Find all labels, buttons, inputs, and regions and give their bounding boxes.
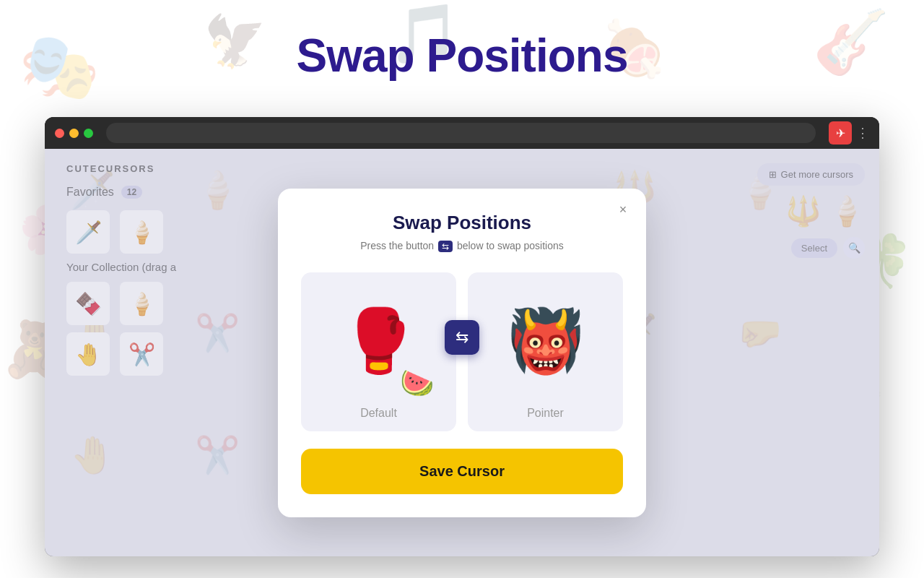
pointer-cursor-emoji: 👹 [507,310,584,371]
browser-actions: ✈ ⋮ [829,121,869,144]
pointer-cursor-name: Pointer [527,407,564,420]
traffic-lights [55,129,93,138]
default-cursor-name: Default [360,407,397,420]
traffic-dot-green[interactable] [84,129,93,138]
browser-window: ✈ ⋮ 🗡️ 🍦 🔱 🍦 🤚 ✂️ 🗡️ 🤛 🤚 ✂️ CUTECURS [45,117,879,556]
extension-icon[interactable]: ✈ [829,121,852,144]
subtitle-end: below to swap positions [457,240,564,251]
modal-subtitle: Press the button ⇆ below to swap positio… [301,240,623,252]
traffic-dot-yellow[interactable] [69,129,79,138]
subtitle-arrow-icon: ⇆ [438,241,453,252]
modal-overlay: × Swap Positions Press the button ⇆ belo… [45,149,879,556]
default-cursor-small-emoji: 🍉 [400,367,434,399]
browser-content: 🗡️ 🍦 🔱 🍦 🤚 ✂️ 🗡️ 🤛 🤚 ✂️ CUTECURSORS ⊞ [45,149,879,556]
swap-positions-modal: × Swap Positions Press the button ⇆ belo… [278,189,646,517]
browser-menu-dots[interactable]: ⋮ [856,125,869,141]
traffic-dot-red[interactable] [55,129,64,138]
page-title: Swap Positions [297,29,628,82]
subtitle-text: Press the button [360,240,434,251]
swap-icon: ⇆ [456,328,468,347]
default-cursor-area: 🥊 🍉 [313,287,445,395]
swap-button[interactable]: ⇆ [445,320,479,355]
modal-title: Swap Positions [301,212,623,234]
page-background: 🎭 🦅 🎵 🍖 🎸 🧸 🦊 🌸 🍀 Swap Positions ✈ ⋮ [0,0,924,578]
save-cursor-button[interactable]: Save Cursor [301,449,623,494]
cursor-card-pointer: 👹 Pointer [468,272,623,431]
address-bar[interactable] [106,123,816,143]
modal-close-button[interactable]: × [613,200,633,220]
default-cursor-emoji: 🥊 [341,310,417,371]
cursor-cards-container: 🥊 🍉 Default ⇆ 👹 [301,272,623,431]
pointer-cursor-area: 👹 [479,287,611,395]
browser-chrome: ✈ ⋮ [45,117,879,149]
cursor-card-default: 🥊 🍉 Default [301,272,456,431]
